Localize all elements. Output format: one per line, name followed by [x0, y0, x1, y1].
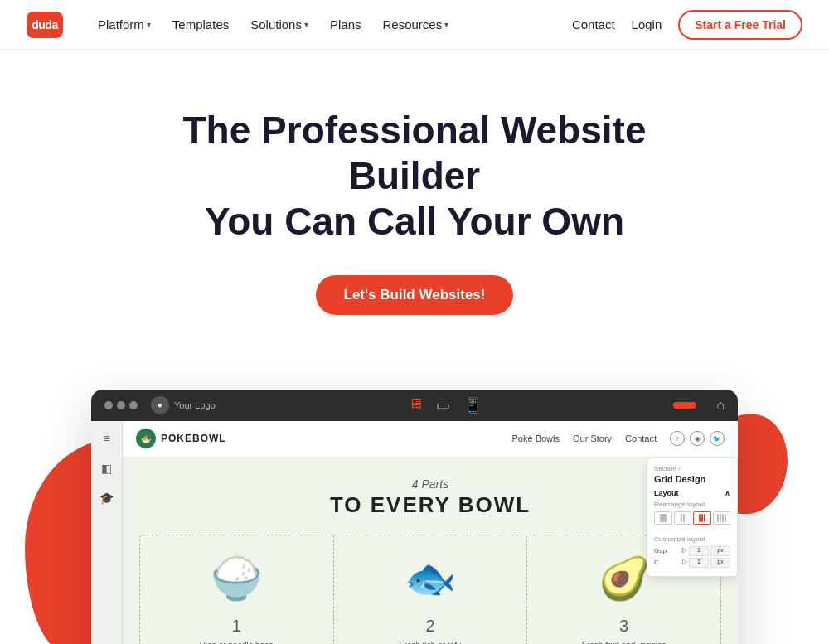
- grid-item-1: 🍚 1 Rice or noodle base: [140, 535, 334, 644]
- nav-contact: Contact: [625, 433, 657, 443]
- nav-poke-bowls: Poké Bowls: [512, 433, 560, 443]
- grid-item-2: 🐟 2 Fresh fish or tofu: [334, 535, 528, 644]
- device-icons: 🖥 ▭ 📱: [229, 396, 661, 414]
- website-brand: 🍜 POKEBOWL: [136, 429, 226, 448]
- twitter-icon: 🐦: [710, 431, 725, 446]
- brand-name: POKEBOWL: [161, 433, 226, 444]
- rearrange-label: Rearrange layout: [654, 501, 730, 508]
- browser-frame: ● Your Logo 🖥 ▭ 📱 ⌂ ≡ ◧ 🎓: [91, 390, 738, 644]
- editor-logo: ● Your Logo: [151, 396, 216, 414]
- dot-yellow: [117, 401, 125, 409]
- chevron-down-icon: ▾: [147, 20, 151, 29]
- start-trial-button[interactable]: Start a Free Trial: [678, 10, 802, 40]
- item-number-1: 1: [232, 617, 241, 636]
- social-icons: f ◉ 🐦: [670, 431, 725, 446]
- hero-section: The Professional Website Builder You Can…: [0, 50, 829, 348]
- editor-logo-icon: ●: [151, 396, 169, 414]
- hero-title: The Professional Website Builder You Can…: [141, 108, 688, 245]
- website-nav: 🍜 POKEBOWL Poké Bowls Our Story Contact …: [123, 421, 738, 458]
- gap-h-input[interactable]: px: [710, 546, 730, 556]
- layout-options: [654, 511, 730, 525]
- nav-resources[interactable]: Resources ▾: [374, 12, 457, 36]
- mobile-icon[interactable]: 📱: [463, 396, 482, 414]
- publish-button[interactable]: [673, 402, 696, 409]
- cta-button[interactable]: Let's Build Websites!: [316, 275, 514, 315]
- website-preview: 🍜 POKEBOWL Poké Bowls Our Story Contact …: [123, 421, 738, 644]
- chevron-down-icon: ▾: [444, 20, 448, 29]
- layout-4col[interactable]: [713, 511, 731, 525]
- item-label-1: Rice or noodle base: [200, 641, 274, 644]
- home-icon[interactable]: ⌂: [716, 398, 725, 413]
- toggle-icon: ▷: [682, 546, 687, 556]
- col-row: C ▷ 1 px: [654, 558, 730, 568]
- website-subtitle: 4 Parts: [139, 477, 721, 491]
- nav-platform[interactable]: Platform ▾: [90, 12, 159, 36]
- panel-divider: [654, 530, 730, 530]
- chevron-down-icon: ▾: [304, 20, 308, 29]
- panel-section: Section ›: [654, 465, 730, 472]
- layout-2col[interactable]: [674, 511, 692, 525]
- navbar: duda Platform ▾ Templates Solutions ▾ Pl…: [0, 0, 829, 50]
- instagram-icon: ◉: [690, 431, 705, 446]
- item-number-3: 3: [619, 617, 628, 636]
- item-label-3: Fresh fruit and veggies: [582, 641, 667, 644]
- nav-plans[interactable]: Plans: [322, 12, 370, 36]
- logo[interactable]: duda: [27, 12, 63, 38]
- browser-dots: [104, 401, 138, 409]
- website-main: 4 Parts TO EVERY BOWL 🍚 1 Rice or noodle…: [123, 458, 738, 644]
- brand-icon: 🍜: [136, 429, 156, 448]
- gap-row: Gap ▷ 1 px: [654, 546, 730, 556]
- dot-green: [129, 401, 138, 409]
- layout-3col[interactable]: [693, 511, 711, 525]
- layers-icon[interactable]: ≡: [98, 429, 116, 448]
- toggle-icon2: ▷: [682, 558, 687, 568]
- items-grid: 🍚 1 Rice or noodle base 🐟 2 Fresh fish o…: [139, 535, 721, 644]
- item-number-2: 2: [425, 617, 434, 636]
- editor-body: ≡ ◧ 🎓 🍜 POKEBOWL Poké Bowls Our Story Co…: [91, 421, 738, 644]
- nav-links: Platform ▾ Templates Solutions ▾ Plans R…: [90, 12, 572, 36]
- panel-title: Grid Design: [654, 474, 730, 484]
- login-link[interactable]: Login: [632, 17, 662, 31]
- design-panel: Section › Grid Design Layout ∧ Rearrange…: [647, 458, 738, 577]
- nav-solutions[interactable]: Solutions ▾: [242, 12, 317, 36]
- facebook-icon: f: [670, 431, 685, 446]
- col-v-input[interactable]: 1: [689, 558, 709, 568]
- layout-label: Layout ∧: [654, 489, 730, 497]
- gap-v-input[interactable]: 1: [689, 546, 709, 556]
- website-title: TO EVERY BOWL: [139, 492, 721, 518]
- item-label-2: Fresh fish or tofu: [399, 641, 461, 644]
- food-image-rice: 🍚: [203, 545, 269, 612]
- mockup-area: ● Your Logo 🖥 ▭ 📱 ⌂ ≡ ◧ 🎓: [75, 390, 754, 644]
- nav-right: Contact Login Start a Free Trial: [572, 10, 802, 40]
- layout-1col[interactable]: [654, 511, 672, 525]
- contact-link[interactable]: Contact: [572, 17, 615, 31]
- pages-icon[interactable]: ◧: [98, 459, 116, 477]
- food-image-fish: 🐟: [397, 545, 463, 612]
- nav-our-story: Our Story: [573, 433, 612, 443]
- browser-toolbar: ● Your Logo 🖥 ▭ 📱 ⌂: [91, 390, 738, 421]
- dot-red: [104, 401, 113, 409]
- nav-templates[interactable]: Templates: [164, 12, 237, 36]
- desktop-icon[interactable]: 🖥: [408, 396, 423, 414]
- cap-icon[interactable]: 🎓: [98, 489, 116, 507]
- editor-sidebar: ≡ ◧ 🎓: [91, 421, 123, 644]
- website-nav-links: Poké Bowls Our Story Contact: [512, 433, 657, 443]
- duda-logo[interactable]: duda: [27, 12, 63, 38]
- customize-label: Customize layout: [654, 535, 730, 543]
- tablet-icon[interactable]: ▭: [436, 396, 450, 414]
- col-h-input[interactable]: px: [710, 558, 730, 568]
- collapse-icon[interactable]: ∧: [725, 489, 730, 497]
